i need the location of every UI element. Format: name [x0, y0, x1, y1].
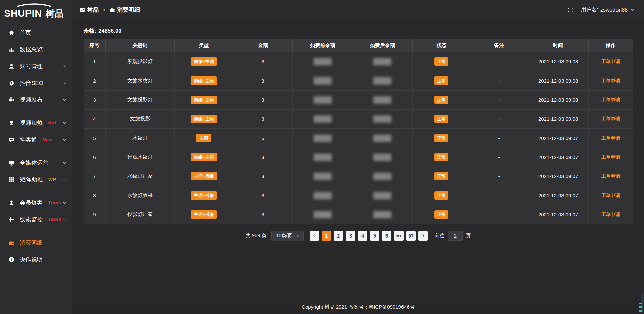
question-icon: ?	[8, 256, 15, 263]
cell-balance-after	[353, 90, 412, 109]
sidebar-item-视频加热[interactable]: 视频加热 Hot	[0, 114, 72, 131]
cell-balance-before	[293, 109, 353, 128]
pagination: 共 969 条 10条/页 123456•••97 前往 页	[84, 231, 633, 241]
column-header-状态: 状态	[413, 39, 471, 52]
cell-amount: 3	[233, 71, 292, 90]
sidebar-item-全媒体运营[interactable]: 全媒体运营	[0, 154, 72, 171]
work-order-link[interactable]: 工单申请	[601, 116, 620, 121]
cell-keyword: 水纹灯厂家	[105, 167, 174, 186]
cell-action: 工单申请	[589, 52, 633, 71]
status-badge: 正常	[434, 76, 448, 85]
status-badge: 正常	[434, 134, 448, 142]
page-button-6[interactable]: 6	[382, 231, 391, 241]
work-order-link[interactable]: 工单申请	[601, 173, 620, 179]
chevron-left-icon[interactable]	[310, 231, 319, 241]
cell-index: 8	[84, 186, 105, 205]
cell-status: 正常	[413, 167, 471, 186]
table-row: 5 水纹灯 主词 6 正常 - 2021-12-03 09:07 工单申请	[84, 128, 633, 148]
work-order-link[interactable]: 工单申请	[601, 212, 620, 217]
brand-logo-graphic: SHUPIN 树品	[3, 3, 67, 19]
cell-index: 9	[84, 205, 105, 224]
more-pages-button[interactable]: •••	[394, 231, 404, 241]
cell-type: 前缀+主词	[175, 109, 233, 128]
status-badge: 正常	[434, 153, 448, 161]
cell-status: 正常	[413, 148, 471, 167]
work-order-link[interactable]: 工单申请	[601, 193, 620, 198]
balance-value: 24856.00	[98, 28, 121, 34]
work-order-link[interactable]: 工单申请	[601, 135, 620, 141]
username-value: zswodun88	[600, 7, 628, 13]
sidebar-item-抖音SEO[interactable]: 抖音SEO	[0, 74, 72, 91]
chevron-right-icon[interactable]	[418, 231, 428, 241]
sidebar-item-会员爆客[interactable]: 会员爆客 Tools	[0, 194, 72, 211]
page-button-5[interactable]: 5	[370, 231, 379, 241]
redacted-balance	[314, 58, 332, 65]
cell-remark: -	[471, 90, 528, 109]
type-badge: 主词+后缀	[191, 172, 217, 180]
page-button-2[interactable]: 2	[334, 231, 343, 241]
work-order-link[interactable]: 工单申请	[601, 154, 620, 160]
page-size-value: 10条/页	[276, 233, 292, 239]
cell-time: 2021-12-03 09:07	[528, 148, 589, 167]
column-header-类型: 类型	[175, 39, 233, 52]
cell-index: 5	[84, 128, 105, 148]
sidebar-item-数据总览[interactable]: 数据总览	[0, 41, 72, 58]
sidebar-item-抖客通[interactable]: 抖客通 New	[0, 131, 72, 148]
breadcrumb-item-树品[interactable]: 树品	[79, 6, 99, 14]
page-button-4[interactable]: 4	[358, 231, 367, 241]
work-order-link[interactable]: 工单申请	[601, 78, 620, 83]
sidebar-item-首页[interactable]: 首页	[0, 24, 72, 41]
sidebar-item-消费明细[interactable]: 消费明细	[0, 234, 72, 251]
page-button-3[interactable]: 3	[346, 231, 355, 241]
page-button-97[interactable]: 97	[406, 231, 416, 241]
sidebar-item-矩阵助推[interactable]: 矩阵助推 VIP	[0, 171, 72, 188]
status-badge: 正常	[434, 96, 448, 104]
column-header-时间: 时间	[528, 39, 589, 52]
sidebar: SHUPIN 树品 首页 数据总览 账号管理 抖音SEO 视频发布	[0, 0, 72, 314]
site-chart-icon	[79, 7, 85, 13]
sidebar-item-label: 矩阵助推	[20, 176, 43, 184]
cell-keyword: 水纹灯效果	[105, 186, 174, 205]
sidebar-item-视频发布[interactable]: 视频发布	[0, 91, 72, 108]
cell-balance-after	[353, 71, 412, 90]
cell-balance-after	[353, 109, 412, 128]
status-badge: 正常	[434, 57, 448, 66]
work-order-link[interactable]: 工单申请	[601, 59, 620, 64]
cell-remark: -	[471, 186, 528, 205]
work-order-link[interactable]: 工单申请	[601, 97, 620, 102]
sidebar-item-label: 账号管理	[20, 62, 43, 70]
redacted-balance	[373, 135, 391, 142]
topbar-right: 用户名: zswodun88	[568, 6, 635, 13]
gear-icon	[8, 80, 15, 86]
breadcrumb-item-消费明细[interactable]: 消费明细	[109, 6, 140, 14]
redacted-balance	[314, 154, 332, 161]
sidebar-item-账号管理[interactable]: 账号管理	[0, 58, 72, 74]
page-size-select[interactable]: 10条/页	[271, 231, 304, 241]
user-icon	[8, 63, 15, 69]
fullscreen-icon[interactable]	[568, 7, 574, 13]
sidebar-item-操作说明[interactable]: ? 操作说明	[0, 251, 72, 268]
goto-page-input[interactable]	[448, 231, 463, 241]
sidebar-item-label: 消费明细	[20, 239, 43, 247]
topbar: 树品>消费明细 用户名: zswodun88	[72, 0, 644, 20]
chevron-down-icon	[62, 98, 67, 102]
cell-time: 2021-12-03 09:07	[528, 186, 589, 205]
monitor-icon	[8, 160, 15, 166]
cell-remark: -	[471, 71, 528, 90]
cell-action: 工单申请	[589, 90, 633, 109]
chevron-down-icon	[62, 81, 67, 85]
sidebar-item-线索监控[interactable]: 线索监控 Tools	[0, 211, 72, 228]
consumption-table: 序号关键词类型金额扣费前余额扣费后余额状态备注时间操作 1 景观投影灯 前缀+主…	[84, 39, 633, 224]
widget-stripes	[639, 303, 642, 312]
cell-amount: 3	[233, 90, 292, 109]
user-menu[interactable]: 用户名: zswodun88	[581, 6, 635, 13]
mini-scroll-widget	[638, 294, 643, 313]
table-row: 1 景观投影灯 前缀+主词 3 正常 - 2021-12-03 09:08 工单…	[84, 52, 633, 71]
table-row: 3 文旅投影灯 前缀+主词 3 正常 - 2021-12-03 09:08 工单…	[84, 90, 633, 109]
cell-type: 主词+后缀	[175, 205, 233, 224]
redacted-balance	[314, 135, 332, 142]
cell-action: 工单申请	[589, 109, 633, 128]
page-button-1[interactable]: 1	[322, 231, 331, 241]
column-header-关键词: 关键词	[105, 39, 174, 52]
footer: Copyright 树品 2021 备案号：粤ICP备09019646号	[72, 300, 644, 314]
